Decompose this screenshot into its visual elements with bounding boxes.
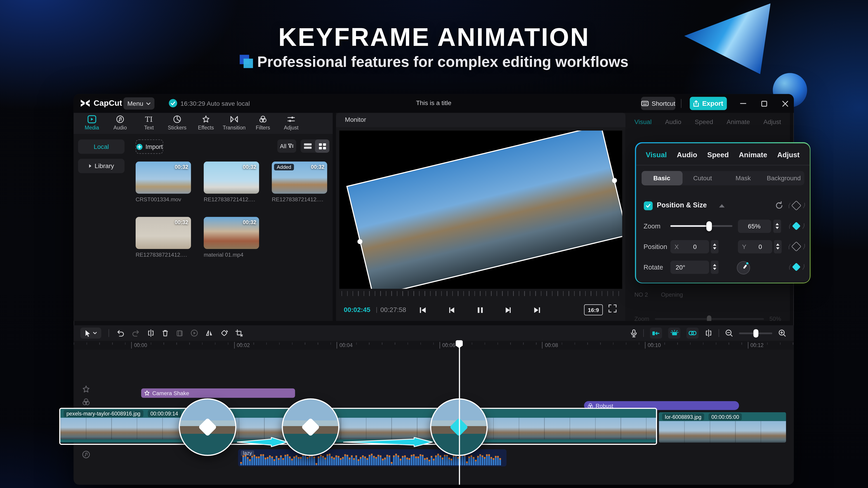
view-toggle [301,139,329,153]
collapse-icon[interactable] [719,204,724,207]
keyframe-diamond-icon[interactable] [792,222,801,230]
rotate-field[interactable]: 20° [670,260,709,273]
tab-transition[interactable]: Transition [220,115,248,131]
source-library[interactable]: Library [78,159,125,173]
tab-text[interactable]: TI Text [135,115,163,131]
media-item[interactable]: 00:32material 01.mp4 [204,217,259,258]
subtab-basic[interactable]: Basic [641,171,682,185]
delete-button[interactable] [162,329,169,337]
media-item[interactable]: 00:32CRST001334.mov [135,162,191,202]
timeline-zoom-slider[interactable] [739,332,772,334]
tab-effects[interactable]: Effects [192,115,220,131]
zoom-in-button[interactable] [778,329,786,337]
clip-number-label: NO 2 [634,291,648,297]
subtab-background[interactable]: Background [764,175,804,181]
inspector-tabs-dimmed: Visual Audio Speed Animate Adjust [634,119,781,125]
zoom-slider[interactable] [670,225,732,227]
rotate-dial[interactable] [737,261,750,274]
timeline-zoom-handle[interactable] [753,329,758,337]
keyframe-diamond-icon[interactable] [791,200,801,210]
total-time: 00:27:58 [380,306,406,314]
subtab-cutout[interactable]: Cutout [682,175,723,181]
snapping-toggle[interactable] [668,328,680,339]
mirror-button[interactable] [206,329,213,337]
ruler-label: 00:12 [748,342,764,348]
media-item[interactable]: Added00:32RE127838721412.mp4 [272,162,327,202]
position-y-stepper[interactable] [774,240,781,253]
skip-start-button[interactable] [419,306,426,314]
grid-view-button[interactable] [315,139,329,153]
zoom-stepper[interactable] [773,219,781,233]
position-y-field[interactable]: Y0 [738,240,772,253]
media-thumbnail[interactable]: 00:32 [135,217,191,249]
rotate-stepper[interactable] [710,260,718,273]
split-button[interactable] [147,329,154,337]
fullscreen-button[interactable] [608,304,617,313]
frame-back-button[interactable] [448,306,455,314]
voiceover-mic-button[interactable] [630,329,637,337]
position-x-stepper[interactable] [710,240,718,253]
media-panel: Media Audio TI Text Stickers Effects [74,113,333,321]
right-handle[interactable] [612,177,618,184]
timeline-ruler[interactable]: 00:0000:0200:0400:0600:0800:1000:12 [74,341,794,350]
minimize-button[interactable] [737,97,749,109]
added-badge: Added [274,164,294,170]
effect-clip[interactable]: Camera Shake [141,388,295,398]
play-preview-button[interactable] [190,329,198,337]
crop-button[interactable] [235,329,243,337]
skip-end-button[interactable] [534,306,541,314]
frame-forward-button[interactable] [505,306,512,314]
shortcut-button[interactable]: Shortcut [641,97,675,110]
media-item[interactable]: 00:32RE127838721412.mp4 [204,162,259,202]
freeze-frame-button[interactable] [176,329,183,337]
cursor-tool-button[interactable] [80,328,101,339]
export-button[interactable]: Export [690,97,727,110]
media-thumbnail[interactable]: 00:32 [204,162,259,194]
pause-button[interactable] [477,306,483,314]
monitor-scrub-ticks[interactable] [342,291,620,296]
reset-icon[interactable] [774,201,784,210]
close-button[interactable] [779,97,791,109]
split-view-button[interactable] [705,329,712,337]
cursor-icon [85,329,91,337]
undo-button[interactable] [116,329,125,337]
source-local[interactable]: Local [78,139,125,154]
playhead-line[interactable] [459,340,460,485]
tab-animate[interactable]: Animate [739,151,767,159]
keyframe-diamond-icon[interactable] [792,263,801,271]
zoom-slider-handle[interactable] [706,221,712,231]
filter-all-button[interactable]: All [277,139,296,153]
tab-audio[interactable]: Audio [106,115,134,131]
zoom-out-button[interactable] [725,329,733,337]
link-toggle[interactable] [686,328,699,339]
tab-audio[interactable]: Audio [677,151,697,159]
subtab-mask[interactable]: Mask [723,175,764,181]
media-thumbnail[interactable]: Added00:32 [272,162,327,194]
import-button[interactable]: Import [135,139,163,154]
tab-visual[interactable]: Visual [646,151,667,159]
tab-stickers[interactable]: Stickers [163,115,191,131]
redo-button[interactable] [132,329,140,337]
media-item[interactable]: 00:32RE127838721412.mp4 [135,217,191,258]
tab-speed[interactable]: Speed [707,151,729,159]
maximize-button[interactable] [758,97,770,109]
tab-adjust[interactable]: Adjust [277,115,305,131]
tab-media[interactable]: Media [78,115,105,131]
media-thumbnail[interactable]: 00:32 [135,162,191,194]
position-size-checkbox[interactable] [644,201,652,210]
keyframe-diamond-icon[interactable] [791,241,801,252]
aspect-ratio-button[interactable]: 16:9 [584,304,603,315]
left-handle[interactable] [357,238,363,245]
titlebar: CapCut Menu 16:30:29 Auto save local Thi… [74,94,794,113]
ripple-delete-toggle[interactable] [650,328,662,339]
tab-adjust[interactable]: Adjust [777,151,800,159]
zoom-value[interactable]: 65% [738,219,771,233]
media-thumbnail[interactable]: 00:32 [204,217,259,249]
preview-image[interactable] [346,131,622,289]
tab-filters[interactable]: Filters [249,115,277,131]
position-x-field[interactable]: X0 [670,240,709,253]
video-clip-2[interactable]: lor-6008893.jpg00:00:05:00 [659,412,786,443]
chevron-right-icon [89,164,92,168]
list-view-button[interactable] [301,139,315,153]
rotate-button[interactable] [220,329,228,337]
